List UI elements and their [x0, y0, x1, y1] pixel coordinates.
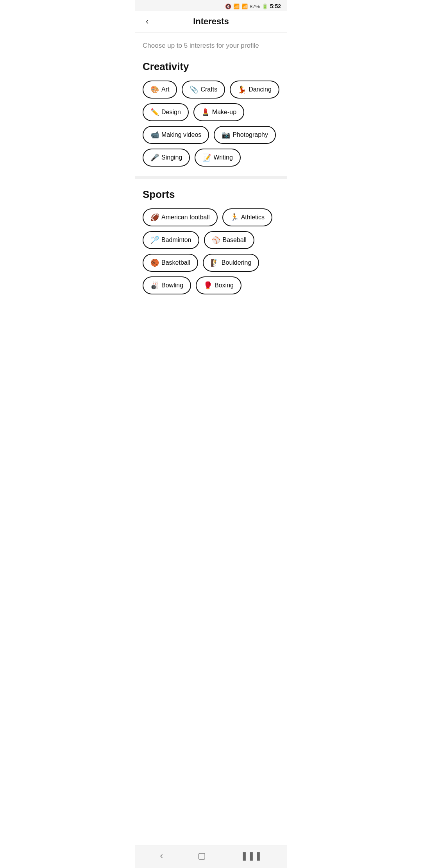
page-title: Interests: [193, 16, 229, 27]
tag-making-videos[interactable]: 📹Making videos: [143, 126, 209, 144]
baseball-label: Baseball: [223, 237, 247, 244]
american-football-emoji: 🏈: [150, 213, 159, 222]
main-content: Choose up to 5 interests for your profil…: [135, 32, 287, 306]
boxing-label: Boxing: [215, 282, 234, 289]
writing-emoji: 📝: [202, 153, 211, 162]
header: ‹ Interests: [135, 11, 287, 32]
tag-badminton[interactable]: 🏸Badminton: [143, 231, 199, 249]
making-videos-emoji: 📹: [150, 131, 159, 139]
tag-art[interactable]: 🎨Art: [143, 81, 177, 99]
basketball-label: Basketball: [161, 259, 190, 266]
singing-emoji: 🎤: [150, 153, 159, 162]
athletics-label: Athletics: [241, 214, 265, 221]
make-up-emoji: 💄: [201, 108, 210, 117]
badminton-label: Badminton: [161, 237, 191, 244]
writing-label: Writing: [213, 154, 233, 161]
tag-baseball[interactable]: ⚾Baseball: [204, 231, 254, 249]
boxing-emoji: 🥊: [204, 281, 212, 290]
basketball-emoji: 🏀: [150, 258, 159, 267]
bowling-label: Bowling: [161, 282, 183, 289]
tag-boxing[interactable]: 🥊Boxing: [196, 276, 241, 294]
mute-icon: 🔇: [225, 4, 231, 9]
signal-icon: 📶: [241, 4, 248, 9]
status-time: 5:52: [270, 3, 281, 9]
art-emoji: 🎨: [150, 85, 159, 94]
tag-athletics[interactable]: 🏃Athletics: [222, 208, 272, 226]
american-football-label: American football: [161, 214, 210, 221]
section-title-sports: Sports: [143, 188, 279, 201]
tag-design[interactable]: ✏️Design: [143, 103, 189, 121]
crafts-emoji: 📎: [190, 85, 198, 94]
photography-label: Photography: [232, 131, 268, 138]
back-button[interactable]: ‹: [143, 15, 152, 28]
tag-basketball[interactable]: 🏀Basketball: [143, 254, 198, 272]
subtitle-text: Choose up to 5 interests for your profil…: [143, 42, 279, 50]
battery-percent: 87%: [250, 4, 260, 9]
tags-container-sports: 🏈American football🏃Athletics🏸Badminton⚾B…: [143, 208, 279, 294]
design-emoji: ✏️: [150, 108, 159, 117]
tags-container-creativity: 🎨Art📎Crafts💃Dancing✏️Design💄Make-up📹Maki…: [143, 81, 279, 167]
tag-singing[interactable]: 🎤Singing: [143, 149, 190, 167]
dancing-emoji: 💃: [238, 85, 246, 94]
tag-make-up[interactable]: 💄Make-up: [193, 103, 244, 121]
baseball-emoji: ⚾: [212, 236, 220, 244]
make-up-label: Make-up: [212, 109, 236, 116]
battery-icon: 🔋: [262, 4, 268, 9]
tag-writing[interactable]: 📝Writing: [195, 149, 241, 167]
badminton-emoji: 🏸: [150, 236, 159, 244]
singing-label: Singing: [161, 154, 182, 161]
photography-emoji: 📷: [222, 131, 230, 139]
art-label: Art: [161, 86, 169, 93]
tag-photography[interactable]: 📷Photography: [214, 126, 276, 144]
design-label: Design: [161, 109, 181, 116]
tag-bouldering[interactable]: 🧗Bouldering: [203, 254, 259, 272]
tag-dancing[interactable]: 💃Dancing: [230, 81, 279, 99]
section-divider: [135, 176, 287, 179]
crafts-label: Crafts: [200, 86, 217, 93]
bouldering-emoji: 🧗: [211, 258, 219, 267]
dancing-label: Dancing: [249, 86, 272, 93]
tag-bowling[interactable]: 🎳Bowling: [143, 276, 191, 294]
status-bar: 🔇 📶 📶 87% 🔋 5:52: [135, 0, 287, 11]
bowling-emoji: 🎳: [150, 281, 159, 290]
tag-crafts[interactable]: 📎Crafts: [182, 81, 225, 99]
tag-american-football[interactable]: 🏈American football: [143, 208, 218, 226]
wifi-icon: 📶: [233, 4, 240, 9]
status-icons: 🔇 📶 📶 87% 🔋 5:52: [225, 3, 281, 9]
making-videos-label: Making videos: [161, 131, 201, 138]
bouldering-label: Bouldering: [222, 259, 252, 266]
athletics-emoji: 🏃: [230, 213, 239, 222]
section-title-creativity: Creativity: [143, 61, 279, 73]
